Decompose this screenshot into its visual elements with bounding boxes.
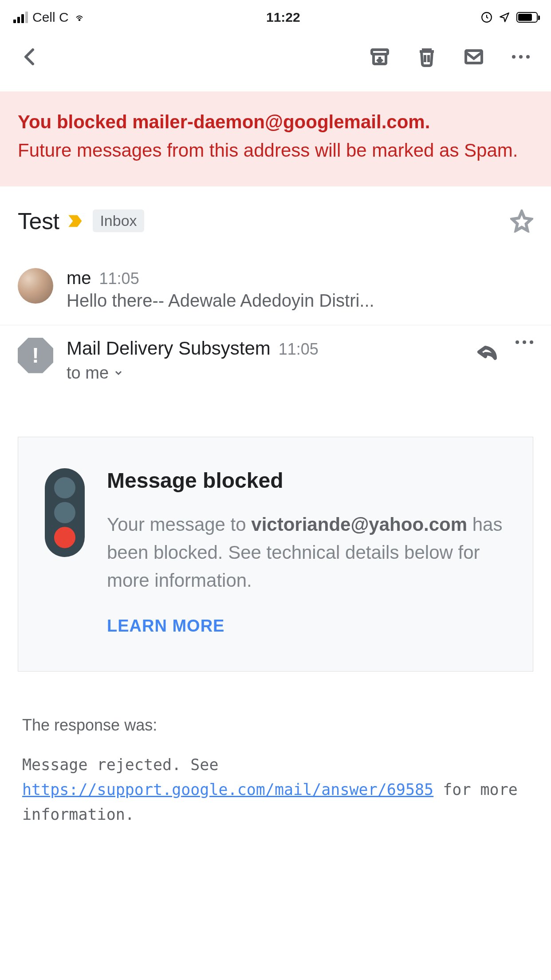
thread-item-collapsed[interactable]: me 11:05 Hello there-- Adewale Adedoyin …: [0, 256, 551, 325]
signal-icon: [13, 12, 28, 23]
orientation-lock-icon: [481, 12, 492, 23]
star-button[interactable]: [510, 209, 533, 233]
status-left: Cell C: [13, 10, 86, 25]
traffic-light-icon: [45, 468, 85, 557]
sender-name[interactable]: Mail Delivery Subsystem: [67, 338, 271, 359]
recipient-text: to me: [67, 364, 109, 383]
reply-button[interactable]: [476, 340, 498, 364]
wifi-icon: [73, 12, 86, 22]
avatar[interactable]: [18, 268, 53, 304]
card-title: Message blocked: [107, 468, 506, 493]
blocked-email: victoriande@yahoo.com: [251, 514, 467, 535]
archive-button[interactable]: [367, 44, 392, 69]
sender-name: me: [67, 268, 91, 288]
inbox-label[interactable]: Inbox: [93, 209, 144, 232]
message-blocked-card: Message blocked Your message to victoria…: [18, 437, 533, 672]
banner-subtitle: Future messages from this address will b…: [18, 137, 533, 164]
more-button[interactable]: [508, 44, 533, 69]
subject-row: Test Inbox: [0, 186, 551, 256]
banner-title: You blocked mailer-daemon@googlemail.com…: [18, 109, 533, 135]
learn-more-link[interactable]: LEARN MORE: [107, 616, 224, 636]
response-body: Message rejected. See https://support.go…: [22, 752, 529, 827]
important-icon[interactable]: [67, 212, 85, 230]
status-time: 11:22: [266, 10, 300, 25]
svg-rect-2: [466, 51, 482, 63]
message-more-button[interactable]: [516, 340, 533, 344]
battery-icon: [516, 12, 538, 23]
message-time: 11:05: [279, 340, 319, 359]
message-snippet: Hello there-- Adewale Adedoyin Distri...: [67, 291, 533, 311]
delete-button[interactable]: [414, 44, 439, 69]
svg-rect-1: [372, 50, 388, 54]
toolbar: [0, 31, 551, 91]
location-icon: [499, 12, 510, 23]
status-bar: Cell C 11:22: [0, 0, 551, 31]
blocked-banner: You blocked mailer-daemon@googlemail.com…: [0, 91, 551, 186]
carrier-label: Cell C: [32, 10, 69, 25]
response-label: The response was:: [22, 716, 529, 735]
thread-item-expanded: ! Mail Delivery Subsystem 11:05 to me: [0, 325, 551, 397]
back-button[interactable]: [18, 44, 43, 69]
warning-avatar-icon[interactable]: !: [18, 338, 53, 373]
chevron-down-icon: [113, 368, 124, 378]
status-right: [481, 12, 538, 23]
message-time: 11:05: [99, 269, 139, 288]
support-link[interactable]: https://support.google.com/mail/answer/6…: [22, 781, 433, 798]
recipient-dropdown[interactable]: to me: [67, 364, 463, 383]
subject-text: Test: [18, 208, 59, 234]
response-section: The response was: Message rejected. See …: [0, 672, 551, 827]
card-text: Your message to victoriande@yahoo.com ha…: [107, 510, 506, 594]
mark-unread-button[interactable]: [461, 44, 486, 69]
